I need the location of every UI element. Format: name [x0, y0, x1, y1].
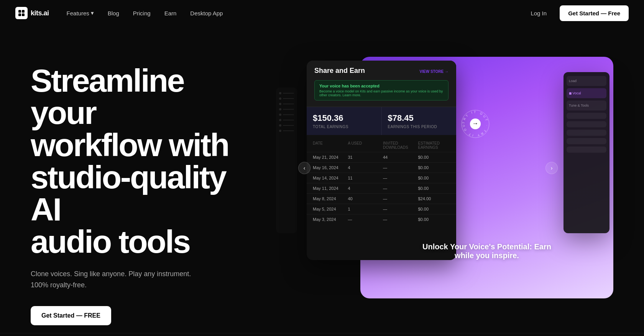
panel2-row — [567, 113, 606, 119]
td-date: May 8, 2024 — [313, 196, 345, 201]
dot-row — [279, 92, 294, 94]
main-screenshot-panel: Share and Earn VIEW STORE → Your voice h… — [307, 61, 456, 260]
dot-row — [279, 124, 294, 127]
th-used: A USED — [348, 141, 380, 150]
nav-right: Log In Get Started — Free — [525, 5, 629, 21]
td-downloads: — — [383, 176, 415, 180]
stat-amount-2: $78.45 — [388, 113, 450, 123]
hero-subtext: Clone voices. Sing like anyone. Play any… — [31, 268, 192, 291]
table-row: May 21, 2024 31 44 $0.00 — [307, 152, 456, 162]
td-earnings: $0.00 — [418, 176, 450, 180]
table-row: May 3, 2024 — — $0.00 — [307, 214, 456, 224]
nav-link-earn[interactable]: Earn — [159, 7, 182, 20]
dot-row — [279, 119, 294, 121]
stat-box-2: $78.45 EARNINGS THIS PERIOD — [382, 107, 457, 135]
stat-amount-1: $150.36 — [313, 113, 375, 123]
dot-row — [279, 97, 294, 100]
td-downloads: 44 — [383, 155, 415, 160]
dot-line — [283, 104, 294, 104]
td-used: 4 — [348, 186, 380, 191]
dot — [279, 119, 281, 121]
dot-line — [283, 114, 294, 115]
hero-visual: Unlock Your Voice's Potential: Earn whil… — [276, 49, 613, 287]
table-header-row: DATE A USED INVITED DOWNLOADS ESTIMATED … — [307, 139, 456, 152]
svg-rect-0 — [18, 10, 21, 13]
try-it-out-circle[interactable]: TRY IT OUT · TRY IT OUT · → — [460, 109, 491, 139]
td-earnings: $24.00 — [418, 196, 450, 201]
carousel-arrow-right[interactable]: › — [545, 162, 558, 174]
stat-label-1: TOTAL EARNINGS — [313, 125, 375, 129]
td-used: 11 — [348, 176, 380, 180]
nav-link-desktop-app[interactable]: Desktop App — [185, 7, 228, 20]
td-downloads: — — [383, 186, 415, 191]
td-used: — — [348, 217, 380, 222]
panel2-row: Tune & Tools — [567, 100, 606, 110]
success-msg: Your voice has been accepted — [319, 84, 444, 88]
table-row: May 16, 2024 4 — $0.00 — [307, 162, 456, 173]
td-used: 1 — [348, 207, 380, 211]
nav-link-blog[interactable]: Blog — [102, 7, 125, 20]
dot — [279, 114, 281, 116]
brands-bar: a62crypto 3LAU PTC STEVEAOKI DiscoverFre… — [0, 333, 644, 336]
dot — [279, 108, 281, 110]
panel2-row: Load — [567, 76, 606, 86]
side-panel-left — [276, 87, 297, 233]
dot — [279, 103, 281, 105]
td-date: May 16, 2024 — [313, 165, 345, 170]
dot — [279, 124, 281, 127]
dot-line — [283, 125, 294, 126]
dot — [279, 130, 281, 132]
td-earnings: $0.00 — [418, 186, 450, 191]
panel-success-bar: Your voice has been accepted Become a vo… — [314, 80, 449, 100]
table-row: May 14, 2024 11 — $0.00 — [307, 173, 456, 183]
nav-link-features[interactable]: Features ▾ — [61, 7, 99, 20]
dot-row — [279, 114, 294, 116]
hero-text: Streamline your workflow with studio-qua… — [31, 49, 253, 325]
table-row: May 5, 2024 1 — $0.00 — [307, 204, 456, 214]
navbar: kits.ai Features ▾ Blog Pricing Earn Des… — [0, 0, 644, 26]
th-downloads: INVITED DOWNLOADS — [383, 141, 415, 150]
dot-line — [283, 130, 294, 131]
hero-heading: Streamline your workflow with studio-qua… — [31, 64, 253, 258]
td-downloads: — — [383, 207, 415, 211]
side-panel-right: Load ◼ Vocal Tune & Tools — [564, 72, 610, 233]
promo-text-line2: while you inspire. — [422, 251, 551, 260]
nav-cta-button[interactable]: Get Started — Free — [560, 5, 629, 21]
th-date: DATE — [313, 141, 345, 150]
carousel-arrow-left[interactable]: ‹ — [298, 162, 310, 174]
td-date: May 3, 2024 — [313, 217, 345, 222]
svg-text:→: → — [472, 120, 478, 127]
nav-links: Features ▾ Blog Pricing Earn Desktop App — [61, 7, 228, 20]
panel-link[interactable]: VIEW STORE → — [420, 69, 449, 74]
table-row: May 11, 2024 4 — $0.00 — [307, 183, 456, 193]
svg-rect-1 — [22, 10, 25, 13]
panel-dots — [276, 87, 297, 137]
panel2-row — [567, 130, 606, 136]
dot-row — [279, 103, 294, 105]
td-earnings: $0.00 — [418, 217, 450, 222]
panel-title: Share and Earn — [314, 67, 365, 75]
panel2-inner: Load ◼ Vocal Tune & Tools — [564, 72, 610, 159]
td-earnings: $0.00 — [418, 155, 450, 160]
svg-rect-3 — [22, 13, 25, 16]
logo-icon — [15, 7, 28, 19]
td-used: 40 — [348, 196, 380, 201]
dot — [279, 92, 281, 94]
panel2-row — [567, 121, 606, 127]
chevron-down-icon: ▾ — [91, 10, 94, 16]
th-earnings: ESTIMATED EARNINGS — [418, 141, 450, 150]
dot-line — [283, 109, 294, 110]
dot-line — [283, 93, 294, 94]
panel2-row-highlight: ◼ Vocal — [567, 88, 606, 98]
td-downloads: — — [383, 196, 415, 201]
td-earnings: $0.00 — [418, 165, 450, 170]
hero-section: Streamline your workflow with studio-qua… — [0, 26, 644, 325]
nav-link-pricing[interactable]: Pricing — [128, 7, 156, 20]
hero-cta-button[interactable]: Get Started — FREE — [31, 306, 111, 325]
login-button[interactable]: Log In — [525, 7, 552, 20]
td-date: May 21, 2024 — [313, 155, 345, 160]
promo-text-line1: Unlock Your Voice's Potential: Earn — [422, 242, 551, 251]
dot — [279, 97, 281, 100]
panel2-row — [567, 138, 606, 144]
logo[interactable]: kits.ai — [15, 7, 49, 19]
